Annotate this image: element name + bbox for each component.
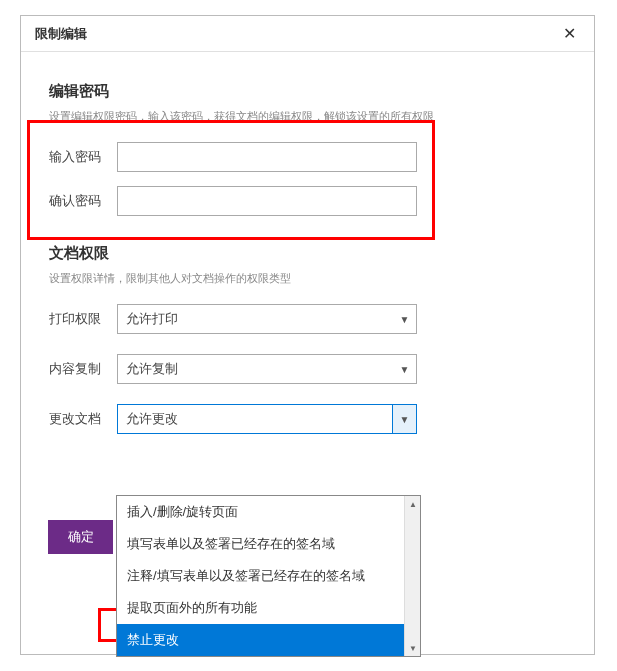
chevron-down-icon: ▼ [392, 305, 416, 333]
password-confirm-row: 确认密码 [49, 186, 566, 216]
copy-perm-select[interactable]: 允许复制 ▼ [117, 354, 417, 384]
print-perm-row: 打印权限 允许打印 ▼ [49, 304, 566, 334]
dropdown-option[interactable]: 插入/删除/旋转页面 [117, 496, 420, 528]
perm-section-desc: 设置权限详情，限制其他人对文档操作的权限类型 [49, 271, 566, 286]
password-section-desc: 设置编辑权限密码，输入该密码，获得文档的编辑权限，解锁该设置的所有权限 [49, 109, 566, 124]
chevron-down-icon: ▼ [392, 355, 416, 383]
titlebar: 限制编辑 ✕ [21, 16, 594, 52]
change-perm-dropdown-list: 插入/删除/旋转页面 填写表单以及签署已经存在的签名域 注释/填写表单以及签署已… [116, 495, 421, 657]
change-perm-value: 允许更改 [126, 410, 178, 428]
dropdown-option[interactable]: 填写表单以及签署已经存在的签名域 [117, 528, 420, 560]
dialog-title: 限制编辑 [35, 25, 87, 43]
chevron-down-icon: ▼ [392, 405, 416, 433]
restrict-editing-dialog: 限制编辑 ✕ 编辑密码 设置编辑权限密码，输入该密码，获得文档的编辑权限，解锁该… [20, 15, 595, 655]
scroll-up-icon[interactable]: ▲ [405, 496, 421, 512]
password-input-row: 输入密码 [49, 142, 566, 172]
password-confirm-input[interactable] [117, 186, 417, 216]
print-perm-value: 允许打印 [126, 310, 178, 328]
dropdown-scrollbar[interactable]: ▲ ▼ [404, 496, 420, 656]
copy-perm-value: 允许复制 [126, 360, 178, 378]
change-perm-row: 更改文档 允许更改 ▼ [49, 404, 566, 434]
copy-perm-label: 内容复制 [49, 360, 117, 378]
dropdown-option[interactable]: 注释/填写表单以及签署已经存在的签名域 [117, 560, 420, 592]
scroll-down-icon[interactable]: ▼ [405, 640, 421, 656]
copy-perm-row: 内容复制 允许复制 ▼ [49, 354, 566, 384]
dropdown-option[interactable]: 提取页面外的所有功能 [117, 592, 420, 624]
change-perm-select[interactable]: 允许更改 ▼ [117, 404, 417, 434]
password-input[interactable] [117, 142, 417, 172]
permissions-section: 文档权限 设置权限详情，限制其他人对文档操作的权限类型 打印权限 允许打印 ▼ … [49, 244, 566, 434]
dropdown-option-selected[interactable]: 禁止更改 [117, 624, 420, 656]
password-input-label: 输入密码 [49, 148, 117, 166]
dialog-content: 编辑密码 设置编辑权限密码，输入该密码，获得文档的编辑权限，解锁该设置的所有权限… [21, 52, 594, 474]
print-perm-select[interactable]: 允许打印 ▼ [117, 304, 417, 334]
password-section-title: 编辑密码 [49, 82, 566, 101]
change-perm-label: 更改文档 [49, 410, 117, 428]
password-confirm-label: 确认密码 [49, 192, 117, 210]
perm-section-title: 文档权限 [49, 244, 566, 263]
print-perm-label: 打印权限 [49, 310, 117, 328]
close-icon[interactable]: ✕ [559, 24, 580, 43]
confirm-button[interactable]: 确定 [48, 520, 113, 554]
